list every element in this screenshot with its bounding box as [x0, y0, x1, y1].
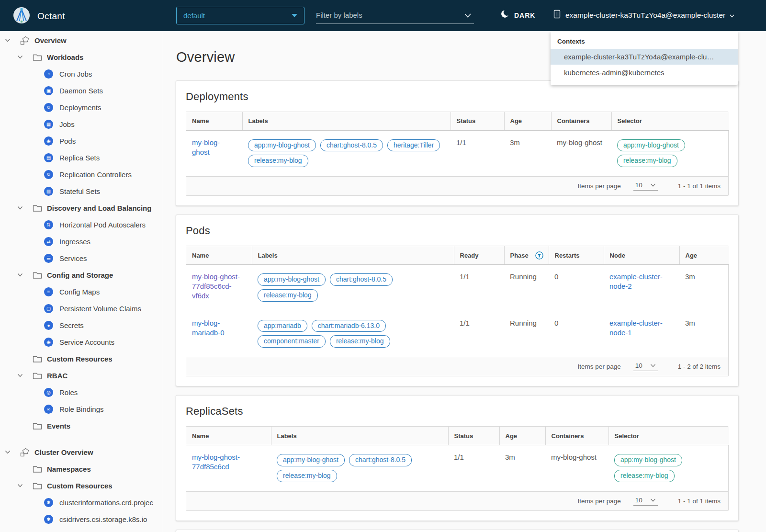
label-pill: heritage:Tiller: [387, 139, 440, 152]
sidebar-item-label: Workloads: [47, 53, 83, 61]
sidebar-item-secrets[interactable]: ●Secrets: [0, 317, 163, 334]
sidebar-item-ingresses[interactable]: ⇄Ingresses: [0, 233, 163, 250]
sidebar-item-services[interactable]: ☰Services: [0, 250, 163, 267]
sidebar-item-overview[interactable]: Overview: [0, 32, 163, 49]
chevron-down-icon[interactable]: [464, 11, 471, 20]
chevron-down-icon[interactable]: [17, 272, 29, 279]
label-pill: app:my-blog-ghost: [258, 273, 326, 286]
table-pagination: Items per page101 - 1 of 1 items: [186, 176, 728, 195]
resource-link[interactable]: my-blog-ghost-77df85c6cd: [192, 453, 240, 471]
chevron-down-icon[interactable]: [17, 54, 29, 61]
pagination-range: 1 - 1 of 1 items: [678, 498, 721, 505]
folder-icon: [33, 464, 46, 474]
table-cell-text: 0: [549, 311, 604, 357]
table-cell-text: 3m: [499, 445, 545, 491]
resource-link[interactable]: my-blog-ghost-77df85c6cd-vf6dx: [192, 272, 240, 300]
chevron-down-icon[interactable]: [17, 482, 29, 490]
sidebar-item-custom-resources[interactable]: Custom Resources: [0, 351, 163, 367]
chevron-down-icon[interactable]: [5, 449, 16, 456]
sidebar-item-csidrivers-csi-storage-k8s-io[interactable]: ✱csidrivers.csi.storage.k8s.io: [0, 511, 163, 528]
pagination-range: 1 - 2 of 2 items: [678, 363, 721, 370]
resource-link[interactable]: my-blog-ghost: [192, 138, 220, 156]
sidebar-item-role-bindings[interactable]: ∞Role Bindings: [0, 401, 163, 418]
chevron-down-icon: [650, 181, 656, 189]
daemon-sets-icon: ▣: [44, 86, 58, 96]
label-pill: app:mariadb: [258, 320, 307, 332]
sidebar-item-label: RBAC: [47, 372, 68, 380]
label-pill: release:my-blog: [258, 289, 318, 302]
column-header-label: Containers: [557, 117, 590, 125]
sidebar-item-stateful-sets[interactable]: ▥Stateful Sets: [0, 183, 163, 200]
label-pill: release:my-blog: [248, 155, 308, 167]
service-accounts-icon: ◉: [44, 338, 58, 347]
table-cell-text: 3m: [679, 311, 729, 357]
caret-down-icon: [292, 14, 297, 17]
sidebar-item-replication-controllers[interactable]: ↻Replication Controllers: [0, 166, 163, 183]
sidebar-item-pods[interactable]: ◉Pods: [0, 133, 163, 149]
sidebar-item-label: Stateful Sets: [59, 187, 100, 195]
items-per-page-label: Items per page: [578, 363, 621, 370]
context-menu-item-kubernetes-admin[interactable]: kubernetes-admin@kubernetes: [551, 65, 738, 80]
column-header-label: Status: [457, 117, 476, 125]
theme-toggle-button[interactable]: DARK: [501, 10, 535, 21]
sidebar-item-persistent-volume-claims[interactable]: ▢Persistent Volume Claims: [0, 300, 163, 317]
ingresses-icon: ⇄: [44, 237, 58, 247]
table-cell-text: 1/1: [454, 264, 504, 311]
column-header-label: Phase: [510, 252, 529, 259]
sidebar-item-label: Cron Jobs: [59, 70, 92, 78]
sidebar-item-deployments[interactable]: ↻Deployments: [0, 99, 163, 116]
sidebar-item-daemon-sets[interactable]: ▣Daemon Sets: [0, 82, 163, 99]
replica-sets-icon: ▤: [44, 153, 58, 163]
table-pagination: Items per page101 - 1 of 1 items: [186, 491, 728, 510]
label-pill: app:my-blog-ghost: [248, 139, 316, 152]
filter-icon[interactable]: [535, 251, 543, 260]
items-per-page-select[interactable]: 10: [633, 362, 658, 371]
column-header-label: Labels: [277, 432, 297, 440]
items-per-page-select[interactable]: 10: [633, 181, 658, 191]
label-pill: app:my-blog-ghost: [277, 454, 345, 466]
resource-link[interactable]: example-cluster-node-2: [609, 272, 663, 290]
sidebar-item-custom-resources[interactable]: Custom Resources: [0, 477, 163, 494]
sidebar-item-config-maps[interactable]: ≡Config Maps: [0, 283, 163, 300]
column-header-label: Containers: [552, 432, 584, 440]
sidebar-item-cron-jobs[interactable]: ◔Cron Jobs: [0, 66, 163, 82]
sidebar-item-discovery-and-load-balancing[interactable]: Discovery and Load Balancing: [0, 200, 163, 216]
sidebar-item-jobs[interactable]: ▦Jobs: [0, 116, 163, 133]
namespace-select[interactable]: default: [176, 7, 304, 24]
sidebar-item-clusterinformations-crd-projec[interactable]: ✱clusterinformations.crd.projec: [0, 494, 163, 511]
sidebar-item-service-accounts[interactable]: ◉Service Accounts: [0, 334, 163, 351]
column-header-phase: Phase: [504, 246, 549, 264]
table-cell-selectors: app:my-blog-ghostrelease:my-blog: [608, 445, 729, 491]
applications-icon: [20, 36, 34, 45]
sidebar-item-cluster-overview[interactable]: Cluster Overview: [0, 444, 163, 461]
table-cell-link: my-blog-ghost-77df85c6cd: [186, 445, 271, 491]
context-switcher-label: example-cluster-ka3TuTzYo4a@example-clus…: [565, 11, 725, 20]
sidebar-item-workloads[interactable]: Workloads: [0, 49, 163, 66]
chevron-down-icon[interactable]: [17, 204, 29, 212]
jobs-icon: ▦: [44, 120, 58, 129]
resource-link[interactable]: example-cluster-node-1: [609, 319, 663, 337]
sidebar-item-label: clusterinformations.crd.projec: [59, 498, 153, 507]
chevron-down-icon[interactable]: [5, 37, 16, 45]
label-filter-input[interactable]: [316, 11, 464, 19]
sidebar-item-config-and-storage[interactable]: Config and Storage: [0, 267, 163, 283]
context-menu-item-example-cluster[interactable]: example-cluster-ka3TuTzYo4a@example-clu…: [551, 49, 738, 65]
chevron-down-icon[interactable]: [17, 372, 29, 380]
items-per-page-select[interactable]: 10: [633, 497, 658, 506]
sidebar-item-events[interactable]: Events: [0, 418, 163, 434]
sidebar-item-label: Replica Sets: [59, 154, 100, 162]
table-pagination: Items per page101 - 2 of 2 items: [186, 357, 728, 376]
sidebar-item-namespaces[interactable]: Namespaces: [0, 461, 163, 477]
column-header-selector: Selector: [611, 112, 729, 130]
sidebar-item-roles[interactable]: ◎Roles: [0, 384, 163, 401]
sidebar-item-replica-sets[interactable]: ▤Replica Sets: [0, 149, 163, 166]
column-header-labels: Labels: [242, 112, 451, 130]
table-cell-text: my-blog-ghost: [551, 130, 611, 176]
resource-link[interactable]: my-blog-mariadb-0: [192, 319, 225, 337]
sidebar-item-horizontal-pod-autoscalers[interactable]: ⇅Horizontal Pod Autoscalers: [0, 216, 163, 233]
table-cell-text: my-blog-ghost: [545, 445, 608, 491]
column-header-restarts: Restarts: [549, 246, 604, 264]
sidebar-item-rbac[interactable]: RBAC: [0, 367, 163, 384]
column-header-containers: Containers: [545, 427, 608, 445]
context-switcher-button[interactable]: example-cluster-ka3TuTzYo4a@example-clus…: [553, 10, 734, 21]
